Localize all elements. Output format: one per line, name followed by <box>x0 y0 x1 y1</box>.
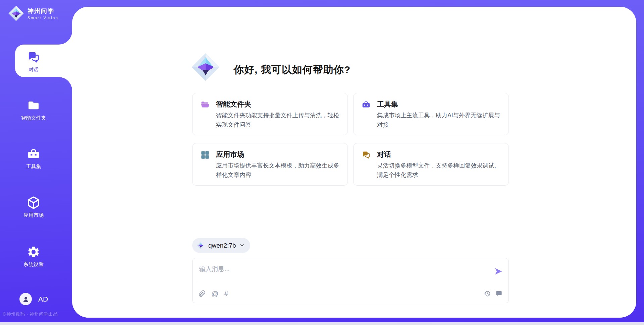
message-composer: @ # <box>192 258 509 303</box>
hash-icon[interactable]: # <box>224 290 228 297</box>
card-app-market[interactable]: 应用市场 应用市场提供丰富长文本模板，助力高效生成多样化文章内容 <box>192 143 348 186</box>
sidebar-item-label: 应用市场 <box>23 212 44 218</box>
card-title: 智能文件夹 <box>216 100 251 109</box>
brand-name: 神州问学 <box>28 7 58 15</box>
gear-icon <box>27 245 40 259</box>
sidebar-item-chat[interactable]: 对话 <box>13 51 54 73</box>
chat-icon <box>362 150 371 159</box>
composer-divider <box>197 284 504 284</box>
card-description: 集成市场上主流工具，助力AI与外界无缝扩展与对接 <box>377 111 503 129</box>
card-chat[interactable]: 对话 灵活切换多模型文件，支持多样回复效果调试, 满足个性化需求 <box>353 143 509 186</box>
open-folder-icon <box>201 100 210 109</box>
folder-icon <box>27 99 40 112</box>
send-icon[interactable] <box>494 267 503 276</box>
card-description: 灵活切换多模型文件，支持多样回复效果调试, 满足个性化需求 <box>377 161 503 180</box>
paperclip-icon[interactable] <box>199 290 206 297</box>
user-name: AD <box>38 295 48 303</box>
diamond-logo-icon <box>197 241 205 250</box>
sidebar-item-toolset[interactable]: 工具集 <box>13 147 54 170</box>
message-input[interactable] <box>199 263 484 275</box>
chevron-down-icon <box>239 243 245 248</box>
sidebar-item-label: 智能文件夹 <box>21 115 46 121</box>
toolbox-icon <box>27 147 40 161</box>
card-title: 对话 <box>377 150 391 159</box>
greeting-diamond-logo-icon <box>191 52 220 82</box>
sidebar-item-settings[interactable]: 系统设置 <box>13 245 54 268</box>
user-icon <box>22 296 30 303</box>
history-icon[interactable] <box>484 290 491 297</box>
card-description: 智能文件夹功能支持批量文件上传与清洗，轻松实现文件问答 <box>216 111 342 129</box>
cube-icon <box>27 196 40 209</box>
at-icon[interactable]: @ <box>211 290 218 297</box>
sidebar-item-label: 系统设置 <box>23 261 44 268</box>
grid-icon <box>201 150 210 159</box>
card-smart-folder[interactable]: 智能文件夹 智能文件夹功能支持批量文件上传与清洗，轻松实现文件问答 <box>192 93 348 135</box>
sidebar-item-label: 工具集 <box>26 164 41 170</box>
card-description: 应用市场提供丰富长文本模板，助力高效生成多样化文章内容 <box>216 161 342 180</box>
bottom-edge-strip <box>0 322 644 325</box>
greeting-text: 你好, 我可以如何帮助你? <box>234 63 351 77</box>
sidebar-footer: ©神州数码 · 神州问学出品 <box>3 311 58 317</box>
model-selector[interactable]: qwen2:7b <box>192 238 250 253</box>
sidebar-item-app-market[interactable]: 应用市场 <box>13 196 54 218</box>
toolbox-icon <box>362 100 371 109</box>
brand-subtitle: Smart Vision <box>28 16 58 20</box>
chat-bubble-icon[interactable] <box>495 290 502 297</box>
chat-icon <box>27 51 40 64</box>
sidebar-item-label: 对话 <box>29 67 39 73</box>
user-avatar[interactable] <box>19 293 32 305</box>
card-title: 应用市场 <box>216 150 244 159</box>
model-name: qwen2:7b <box>208 242 236 249</box>
brand: 神州问学 Smart Vision <box>8 5 58 21</box>
card-toolset[interactable]: 工具集 集成市场上主流工具，助力AI与外界无缝扩展与对接 <box>353 93 509 135</box>
card-title: 工具集 <box>377 100 398 109</box>
sidebar-item-smart-folder[interactable]: 智能文件夹 <box>13 99 54 121</box>
brand-logo-diamond-icon <box>8 5 24 21</box>
